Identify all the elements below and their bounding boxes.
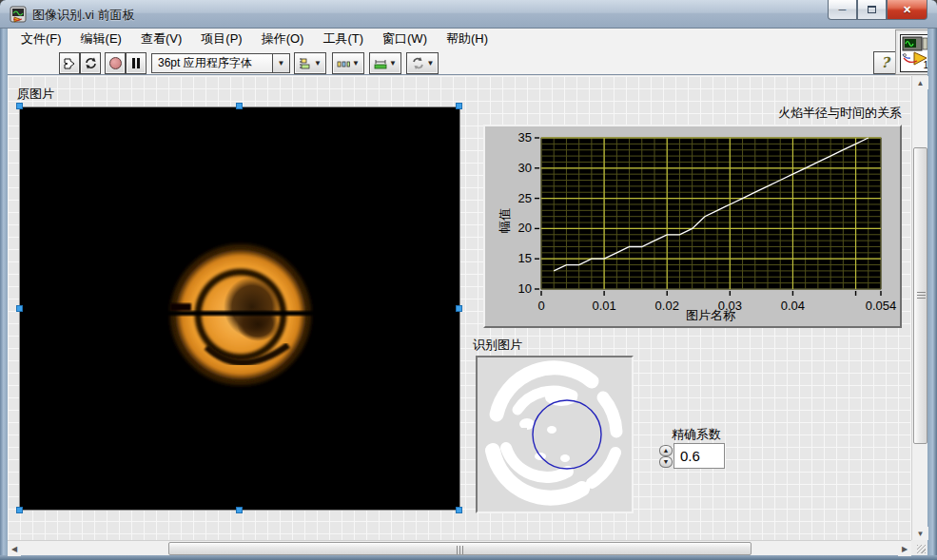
run-button[interactable]: [59, 52, 80, 74]
recognized-image[interactable]: [476, 356, 634, 513]
precision-value: 0.6: [680, 448, 700, 464]
menu-window[interactable]: 窗口(W): [373, 28, 437, 50]
help-button[interactable]: ?: [873, 51, 897, 74]
increment-icon: ▲: [663, 447, 670, 454]
chevron-down-icon: ▼: [314, 59, 322, 68]
y-tick-label: 15: [501, 251, 532, 265]
window-border-right: [927, 29, 937, 555]
menu-edit[interactable]: 编辑(E): [71, 28, 131, 50]
font-selector-arrow[interactable]: ▼: [273, 53, 290, 73]
threshold-image: [478, 357, 632, 512]
y-tick-label: 10: [501, 281, 532, 296]
window-title: 图像识别.vi 前面板: [32, 7, 135, 24]
horizontal-scrollbar[interactable]: ◀ ▶: [8, 540, 911, 555]
window-border-bottom: [0, 555, 937, 560]
selection-handle[interactable]: [236, 103, 243, 109]
x-tick-label: 0.01: [583, 299, 625, 313]
precision-control: ▲ ▼ 0.6: [659, 443, 725, 469]
run-arrow-icon: [63, 57, 76, 70]
selection-handle[interactable]: [16, 305, 23, 312]
precision-value-field[interactable]: 0.6: [673, 443, 725, 469]
y-tick-label: 25: [501, 191, 532, 205]
y-tick-label: 20: [501, 221, 532, 235]
align-objects-icon: [299, 57, 312, 70]
labview-front-panel-window: 图像识别.vi 前面板 ─ ✕ 文件(F) 编辑(E) 查看(V) 项目(P) …: [0, 0, 937, 560]
resize-objects-button[interactable]: ▼: [369, 52, 401, 74]
maximize-button[interactable]: [857, 0, 887, 20]
window-border-left: [0, 29, 8, 555]
title-bar[interactable]: 图像识别.vi 前面板 ─ ✕: [0, 0, 937, 29]
menu-view[interactable]: 查看(V): [131, 28, 191, 50]
menu-bar: 文件(F) 编辑(E) 查看(V) 项目(P) 操作(O) 工具(T) 窗口(W…: [8, 29, 895, 49]
x-tick-label: 0.04: [771, 299, 813, 313]
selection-handle[interactable]: [456, 103, 462, 109]
font-selector[interactable]: 36pt 应用程序字体: [151, 53, 273, 73]
run-continuously-icon: [84, 56, 98, 70]
reorder-objects-button[interactable]: ▼: [406, 52, 439, 74]
selection-handle[interactable]: [456, 507, 462, 513]
reorder-objects-icon: [411, 56, 425, 70]
decrement-icon: ▼: [663, 458, 670, 465]
menu-operate[interactable]: 操作(O): [252, 28, 314, 50]
minimize-button[interactable]: ─: [828, 0, 857, 20]
maximize-icon: [868, 6, 876, 13]
x-tick-label: 0.02: [646, 299, 688, 313]
chevron-down-icon: ▼: [389, 59, 397, 68]
horizontal-scrollbar-thumb[interactable]: [168, 542, 752, 555]
menu-help[interactable]: 帮助(H): [437, 28, 498, 50]
resize-grip[interactable]: [911, 540, 927, 555]
increment-button[interactable]: ▲: [659, 445, 673, 456]
menu-file[interactable]: 文件(F): [11, 28, 71, 50]
vertical-scrollbar[interactable]: ▲ ▼: [911, 76, 927, 540]
distribute-objects-icon: [337, 57, 350, 70]
y-tick-label: 35: [501, 130, 532, 145]
font-selector-value: 36pt 应用程序字体: [158, 55, 252, 71]
align-objects-button[interactable]: ▼: [294, 52, 326, 74]
flame-image: [20, 107, 459, 510]
abort-button[interactable]: [105, 52, 126, 74]
vertical-scrollbar-thumb[interactable]: [913, 147, 927, 444]
selection-handle[interactable]: [16, 103, 23, 109]
selection-handle[interactable]: [236, 507, 243, 513]
x-tick-label: 0.054: [860, 299, 902, 313]
x-tick-label: 0: [520, 299, 562, 313]
chevron-down-icon: ▼: [278, 59, 285, 68]
x-tick-label: 0.03: [709, 299, 751, 313]
chevron-down-icon: ▼: [427, 59, 435, 68]
scroll-down-icon[interactable]: ▼: [912, 527, 928, 540]
front-panel: 原图片: [8, 76, 927, 555]
precision-label: 精确系数: [672, 426, 721, 443]
recognized-image-label: 识别图片: [473, 337, 522, 354]
distribute-objects-button[interactable]: ▼: [332, 52, 364, 74]
decrement-button[interactable]: ▼: [659, 456, 673, 468]
selection-handle[interactable]: [16, 507, 23, 513]
original-image-label: 原图片: [17, 86, 54, 103]
pause-icon: [132, 58, 140, 68]
scroll-right-icon[interactable]: ▶: [898, 541, 911, 556]
abort-icon: [109, 57, 122, 69]
chevron-down-icon: ▼: [352, 59, 360, 68]
selection-handle[interactable]: [456, 305, 462, 312]
toolbar: 36pt 应用程序字体 ▼ ▼ ▼ ▼: [8, 49, 895, 75]
menu-tools[interactable]: 工具(T): [313, 28, 373, 50]
menu-project[interactable]: 项目(P): [191, 28, 251, 50]
close-icon: ✕: [903, 4, 911, 16]
waveform-chart[interactable]: 幅值 图片名称 10152025303500.010.020.030.040.0…: [483, 125, 902, 328]
scroll-left-icon[interactable]: ◀: [8, 541, 21, 556]
original-image[interactable]: [19, 106, 460, 511]
resize-objects-icon: [374, 57, 387, 70]
panel-grid-background: 原图片: [8, 76, 911, 540]
y-tick-label: 30: [501, 161, 532, 175]
chart-title: 火焰半径与时间的关系: [778, 105, 902, 122]
scroll-up-icon[interactable]: ▲: [912, 76, 928, 89]
close-button[interactable]: ✕: [887, 0, 927, 20]
pause-button[interactable]: [126, 52, 146, 74]
labview-vi-icon: [10, 6, 27, 23]
minimize-icon: ─: [839, 4, 847, 15]
run-continuously-button[interactable]: [80, 52, 101, 74]
help-icon: ?: [881, 54, 889, 71]
